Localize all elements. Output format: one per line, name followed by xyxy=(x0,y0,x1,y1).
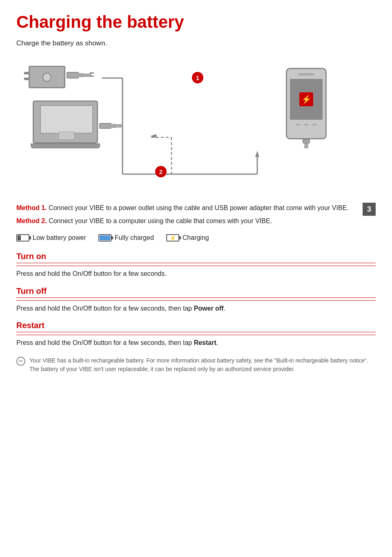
charging-diagram: 1 2 xyxy=(16,56,376,195)
legend-low-label: Low battery power xyxy=(33,234,86,242)
restart-divider xyxy=(16,335,376,335)
legend-full: Fully charged xyxy=(98,234,154,242)
method2-text: Connect your VIBE to a computer using th… xyxy=(49,217,272,224)
battery-full-icon xyxy=(98,234,111,242)
svg-marker-6 xyxy=(255,151,259,157)
turn-off-divider xyxy=(16,300,376,301)
phone xyxy=(286,68,327,139)
method1-label: Method 1. xyxy=(16,204,47,211)
turn-off-bold: Power off xyxy=(194,305,224,312)
phone-usb-connector xyxy=(303,139,310,148)
badge-1: 1 xyxy=(192,72,203,83)
battery-low-icon xyxy=(16,234,29,242)
badge-2: 2 xyxy=(155,166,167,177)
restart-bold: Restart xyxy=(194,339,216,346)
turn-off-text-after: . xyxy=(224,305,225,312)
page-title: Charging the battery xyxy=(16,12,376,32)
page-number: 3 xyxy=(363,203,376,216)
turn-on-text: Press and hold the On/Off button for a f… xyxy=(16,268,376,279)
restart-text: Press and hold the On/Off button for a f… xyxy=(16,338,376,348)
laptop xyxy=(33,101,100,148)
restart-text-before: Press and hold the On/Off button for a f… xyxy=(16,339,192,346)
legend-charging: ⚡ Charging xyxy=(166,234,209,242)
restart-section: Restart Press and hold the On/Off button… xyxy=(16,321,376,348)
note-icon: ✏ xyxy=(16,357,25,366)
legend-full-label: Fully charged xyxy=(115,234,154,242)
turn-on-divider xyxy=(16,266,376,266)
restart-text-after: . xyxy=(216,339,218,346)
note-text: Your VIBE has a built-in rechargeable ba… xyxy=(29,356,376,374)
turn-on-heading: Turn on xyxy=(16,252,376,263)
turn-off-text: Press and hold the On/Off button for a f… xyxy=(16,303,376,314)
battery-charging-indicator xyxy=(299,92,313,106)
methods-section: Method 1. Connect your VIBE to a power o… xyxy=(16,203,376,226)
turn-off-heading: Turn off xyxy=(16,286,376,298)
method2-label: Method 2. xyxy=(16,217,47,224)
note-section: ✏ Your VIBE has a built-in rechargeable … xyxy=(16,356,376,374)
restart-heading: Restart xyxy=(16,321,376,332)
battery-charging-legend-icon: ⚡ xyxy=(166,234,179,242)
legend-charging-label: Charging xyxy=(183,234,209,242)
method1-text: Connect your VIBE to a power outlet usin… xyxy=(49,204,349,211)
battery-legend: Low battery power Fully charged ⚡ Chargi… xyxy=(16,234,376,242)
turn-off-section: Turn off Press and hold the On/Off butto… xyxy=(16,286,376,314)
legend-low: Low battery power xyxy=(16,234,86,242)
power-adapter xyxy=(29,66,65,88)
turn-on-section: Turn on Press and hold the On/Off button… xyxy=(16,252,376,279)
svg-marker-7 xyxy=(150,134,156,138)
turn-off-text-before: Press and hold the On/Off button for a f… xyxy=(16,305,192,312)
intro-text: Charge the battery as shown. xyxy=(16,39,376,47)
